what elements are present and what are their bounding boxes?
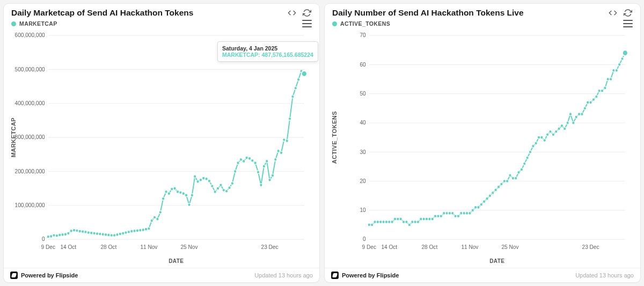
svg-point-48 — [122, 232, 125, 235]
card-title: Daily Number of Send AI Hackathon Tokens… — [332, 8, 524, 18]
svg-point-91 — [245, 156, 248, 159]
svg-point-28 — [64, 233, 67, 236]
card-footer: Powered by Flipside Updated 13 hours ago — [325, 268, 640, 282]
dashboard-row: Daily Marketcap of Send AI Hackathon Tok… — [0, 0, 644, 286]
svg-point-195 — [535, 142, 537, 145]
svg-point-224 — [618, 63, 621, 66]
chart-menu-icon[interactable] — [302, 20, 312, 27]
svg-point-69 — [182, 192, 185, 195]
svg-point-107 — [291, 95, 294, 98]
svg-point-46 — [116, 233, 119, 236]
svg-point-214 — [589, 101, 592, 104]
svg-point-178 — [486, 197, 488, 200]
svg-point-90 — [243, 160, 245, 163]
svg-point-81 — [216, 187, 219, 190]
svg-point-140 — [376, 221, 379, 224]
svg-point-209 — [575, 115, 577, 119]
svg-point-85 — [228, 186, 231, 189]
svg-point-96 — [260, 184, 262, 187]
svg-point-70 — [185, 194, 187, 197]
svg-point-157 — [425, 217, 428, 221]
svg-point-208 — [572, 121, 575, 124]
legend-marketcap[interactable]: MARKETCAP — [11, 20, 57, 27]
svg-point-57 — [148, 227, 150, 230]
svg-point-175 — [477, 206, 480, 209]
svg-point-51 — [130, 230, 133, 233]
code-icon[interactable] — [608, 8, 618, 18]
powered-by[interactable]: Powered by Flipside — [331, 272, 399, 279]
svg-text:100,000,000: 100,000,000 — [15, 202, 45, 209]
svg-point-207 — [569, 113, 572, 116]
refresh-icon[interactable] — [302, 8, 312, 18]
svg-point-105 — [286, 140, 288, 143]
svg-text:23 Dec: 23 Dec — [261, 243, 279, 250]
refresh-icon[interactable] — [623, 8, 633, 18]
svg-point-22 — [47, 235, 49, 238]
svg-point-45 — [113, 234, 115, 237]
svg-point-99 — [268, 178, 271, 181]
svg-point-199 — [546, 133, 548, 136]
svg-point-219 — [604, 86, 606, 90]
svg-point-220 — [606, 78, 609, 81]
svg-text:11 Nov: 11 Nov — [140, 243, 158, 250]
svg-point-104 — [283, 138, 286, 142]
svg-point-212 — [583, 107, 586, 110]
svg-text:20: 20 — [360, 177, 365, 184]
svg-point-196 — [537, 136, 540, 139]
svg-point-186 — [509, 174, 511, 177]
svg-point-205 — [564, 127, 566, 130]
svg-point-161 — [437, 215, 440, 218]
svg-point-167 — [454, 215, 457, 218]
svg-text:23 Dec: 23 Dec — [582, 243, 600, 250]
svg-point-160 — [434, 215, 436, 218]
svg-point-82 — [219, 184, 222, 187]
svg-point-168 — [457, 215, 459, 218]
chart-area-right[interactable]: 01020304050607014 Oct28 Oct11 Nov25 Nov9… — [325, 27, 640, 268]
svg-point-194 — [532, 144, 535, 148]
svg-point-151 — [408, 223, 411, 226]
svg-point-179 — [488, 194, 491, 197]
brand-text: Powered by Flipside — [342, 272, 399, 278]
svg-point-190 — [520, 168, 523, 171]
card-title: Daily Marketcap of Send AI Hackathon Tok… — [11, 8, 193, 18]
svg-text:DATE: DATE — [169, 258, 184, 265]
svg-point-166 — [451, 211, 454, 215]
svg-point-72 — [191, 194, 193, 197]
svg-point-215 — [592, 98, 595, 101]
svg-point-49 — [125, 231, 127, 234]
svg-point-142 — [382, 221, 385, 224]
svg-point-184 — [503, 180, 506, 183]
svg-point-158 — [428, 217, 431, 221]
svg-point-37 — [90, 231, 93, 234]
svg-text:300,000,000: 300,000,000 — [15, 134, 45, 141]
legend-dot-icon — [11, 21, 16, 26]
svg-point-152 — [411, 221, 414, 224]
svg-point-83 — [222, 188, 225, 192]
code-icon[interactable] — [287, 8, 297, 18]
svg-point-163 — [443, 211, 445, 215]
svg-text:9 Dec: 9 Dec — [41, 243, 56, 250]
svg-point-63 — [165, 190, 167, 194]
svg-point-204 — [560, 124, 563, 127]
powered-by[interactable]: Powered by Flipside — [10, 272, 78, 279]
svg-point-93 — [251, 159, 254, 162]
line-chart-marketcap: 0100,000,000200,000,000300,000,000400,00… — [8, 30, 312, 267]
svg-point-66 — [173, 187, 176, 190]
brand-text: Powered by Flipside — [21, 272, 78, 278]
svg-point-53 — [136, 229, 138, 232]
svg-text:14 Oct: 14 Oct — [381, 243, 397, 250]
svg-text:28 Oct: 28 Oct — [100, 243, 116, 250]
svg-point-146 — [393, 217, 396, 221]
svg-point-88 — [237, 162, 239, 165]
svg-point-227 — [623, 50, 628, 56]
svg-point-29 — [67, 232, 70, 235]
svg-point-24 — [53, 234, 55, 237]
legend-active-tokens[interactable]: ACTIVE_TOKENS — [332, 20, 390, 27]
svg-point-64 — [167, 192, 170, 195]
chart-menu-icon[interactable] — [623, 20, 633, 27]
svg-text:60: 60 — [360, 61, 365, 68]
svg-text:600,000,000: 600,000,000 — [15, 32, 45, 39]
svg-point-188 — [515, 177, 517, 180]
chart-area-left[interactable]: 0100,000,000200,000,000300,000,000400,00… — [4, 27, 319, 268]
svg-point-58 — [150, 219, 153, 222]
